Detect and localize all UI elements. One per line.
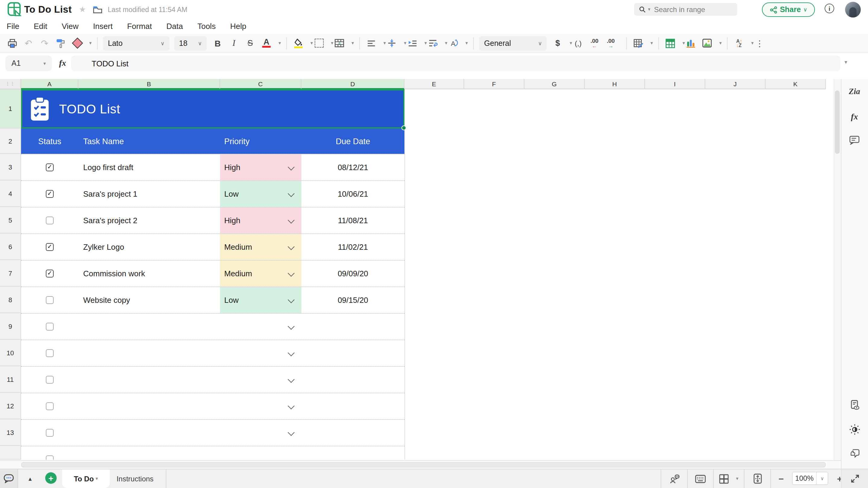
menu-help[interactable]: Help [230, 22, 247, 31]
clear-format-button[interactable] [71, 36, 83, 50]
fit-to-screen-button[interactable] [750, 469, 766, 488]
comma-format-button[interactable]: (,) [572, 36, 584, 50]
column-header-b[interactable]: B [79, 79, 220, 89]
format-painter-button[interactable] [55, 36, 67, 50]
vertical-align-button[interactable] [386, 36, 398, 50]
status-checkbox[interactable] [46, 322, 54, 330]
decrease-decimal-button[interactable]: .00← [588, 36, 600, 50]
merge-cells-caret-icon[interactable]: ▾ [351, 40, 354, 46]
search-scope-caret-icon[interactable]: ▾ [648, 7, 650, 12]
row-header-7[interactable]: 7 [0, 260, 21, 287]
row-header-5[interactable]: 5 [0, 207, 21, 233]
vertical-align-caret-icon[interactable]: ▾ [404, 40, 406, 46]
formula-input[interactable]: TODO List [71, 56, 840, 71]
priority-dropdown-cell[interactable]: High [220, 154, 301, 180]
currency-format-button[interactable]: $ [552, 36, 564, 50]
clear-format-caret-icon[interactable]: ▾ [89, 40, 92, 46]
font-family-select[interactable]: Lato∨ [103, 36, 169, 50]
conditional-format-caret-icon[interactable]: ▾ [650, 40, 653, 46]
freeze-panes-caret-icon[interactable]: ▾ [734, 469, 741, 488]
priority-dropdown-cell[interactable] [220, 314, 301, 340]
font-size-select[interactable]: 18∨ [174, 36, 207, 50]
column-header-j[interactable]: J [705, 79, 766, 89]
row-header-9[interactable]: 9 [0, 313, 21, 340]
sheet-list-button[interactable]: ▲ [25, 469, 35, 488]
priority-dropdown-cell[interactable]: Low [220, 181, 301, 207]
row-header-12[interactable]: 12 [0, 393, 21, 419]
column-header-g[interactable]: G [524, 79, 585, 89]
document-preview-button[interactable] [841, 397, 868, 412]
status-checkbox[interactable] [46, 375, 54, 383]
undo-button[interactable]: ↶ [22, 36, 34, 50]
chat-button[interactable] [0, 469, 18, 488]
feedback-button[interactable] [841, 445, 868, 461]
task-name-cell[interactable]: Sara's project 1 [83, 181, 137, 207]
row-header-6[interactable]: 6 [0, 233, 21, 260]
comments-panel-button[interactable] [841, 132, 868, 148]
header-priority[interactable]: Priority [224, 128, 250, 154]
keyboard-shortcuts-button[interactable] [692, 469, 708, 488]
task-name-cell[interactable]: Website copy [83, 287, 130, 313]
column-header-f[interactable]: F [464, 79, 524, 89]
italic-button[interactable]: I [228, 36, 240, 50]
zia-assistant-button[interactable]: Zia [841, 84, 868, 99]
share-button[interactable]: Share ∨ [762, 2, 815, 17]
status-checkbox[interactable]: ✓ [46, 243, 54, 251]
sheet-tab-caret-icon[interactable]: ▾ [96, 476, 98, 481]
task-name-cell[interactable]: Commission work [83, 261, 145, 287]
priority-dropdown-cell[interactable] [220, 367, 301, 393]
increase-decimal-button[interactable]: .00→ [604, 36, 617, 50]
text-color-caret-icon[interactable]: ▾ [278, 40, 281, 46]
merge-cells-button[interactable]: a [333, 36, 345, 50]
text-color-button[interactable]: A [260, 36, 273, 50]
menu-edit[interactable]: Edit [34, 22, 47, 31]
insert-image-caret-icon[interactable]: ▾ [719, 40, 721, 46]
menu-file[interactable]: File [7, 22, 19, 31]
number-format-select[interactable]: General∨ [479, 36, 547, 50]
info-button[interactable]: i [825, 4, 834, 13]
status-checkbox[interactable] [46, 216, 54, 224]
row-header-2[interactable]: 2 [0, 128, 21, 154]
document-title[interactable]: To Do List [24, 4, 72, 15]
due-date-cell[interactable]: 09/09/20 [301, 261, 404, 287]
search-in-range-input[interactable]: ▾ Search in range [634, 3, 737, 16]
fullscreen-button[interactable] [841, 469, 868, 488]
column-header-k[interactable]: K [766, 79, 826, 89]
fx-icon[interactable]: fx [59, 58, 66, 68]
priority-dropdown-cell[interactable] [220, 340, 301, 366]
wrap-text-button[interactable] [427, 36, 439, 50]
zoom-out-button[interactable]: − [776, 469, 786, 488]
column-header-a[interactable]: A [21, 79, 79, 89]
redo-button[interactable]: ↷ [38, 36, 51, 50]
status-checkbox[interactable] [46, 296, 54, 304]
brightness-theme-button[interactable] [841, 422, 868, 437]
task-name-cell[interactable]: Sara's project 2 [83, 207, 137, 233]
folder-icon[interactable] [93, 5, 102, 13]
due-date-cell[interactable]: 08/12/21 [301, 154, 404, 180]
priority-dropdown-cell[interactable]: High [220, 207, 301, 233]
header-status[interactable]: Status [21, 128, 79, 154]
insert-table-button[interactable] [664, 36, 676, 50]
due-date-cell[interactable]: 10/06/21 [301, 181, 404, 207]
currency-caret-icon[interactable]: ▾ [569, 40, 572, 46]
status-checkbox[interactable]: ✓ [46, 269, 54, 277]
column-header-h[interactable]: H [585, 79, 645, 89]
priority-dropdown-cell[interactable] [220, 393, 301, 419]
insert-image-button[interactable] [701, 36, 713, 50]
more-options-button[interactable]: ⋮ [753, 36, 766, 50]
row-header-1[interactable]: 1 [0, 89, 21, 128]
task-name-cell[interactable]: Zylker Logo [83, 234, 124, 260]
menu-tools[interactable]: Tools [197, 22, 216, 31]
select-all-corner[interactable]: ⋮⋮ [0, 79, 21, 89]
sheet-tab-todo[interactable]: To Do ▾ [62, 469, 110, 488]
strikethrough-button[interactable]: S [244, 36, 256, 50]
user-avatar[interactable] [845, 2, 861, 18]
fill-color-button[interactable] [292, 36, 304, 50]
row-header-11[interactable]: 11 [0, 366, 21, 393]
sort-button[interactable]: A↑ ↓Z [733, 36, 745, 50]
due-date-cell[interactable]: 11/02/21 [301, 234, 404, 260]
print-button[interactable] [6, 36, 18, 50]
row-header-8[interactable]: 8 [0, 287, 21, 313]
cell-name-box[interactable]: A1 ▾ [5, 56, 52, 71]
priority-dropdown-cell[interactable]: Low [220, 287, 301, 313]
